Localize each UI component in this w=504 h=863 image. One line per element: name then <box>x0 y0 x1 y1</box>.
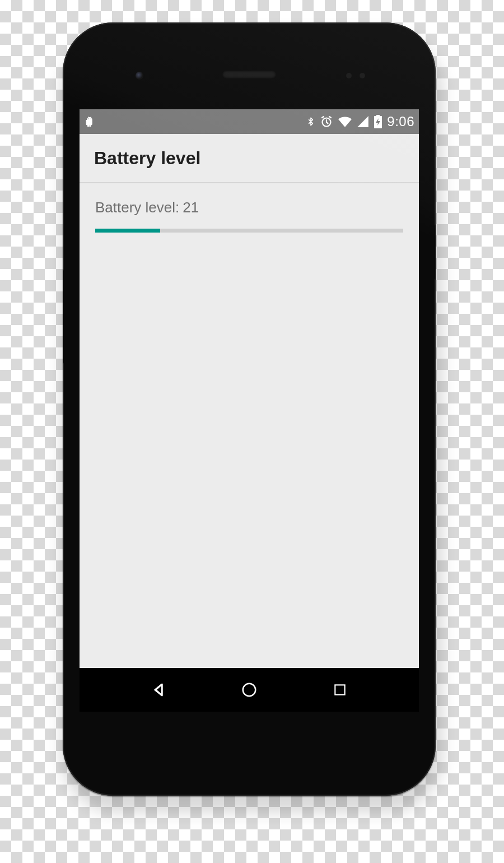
battery-level-label: Battery level: <box>95 199 179 216</box>
power-button <box>435 224 436 280</box>
nav-home-button[interactable] <box>238 679 260 701</box>
light-sensor <box>360 73 365 78</box>
cell-signal-icon <box>357 115 369 128</box>
nav-recents-button[interactable] <box>329 679 351 701</box>
battery-level-value: 21 <box>183 199 199 216</box>
status-bar[interactable]: 9:06 <box>80 109 419 134</box>
wifi-icon <box>338 115 352 128</box>
app-title: Battery level <box>94 148 200 169</box>
front-camera <box>136 72 143 80</box>
device-screen: 9:06 Battery level Battery level: 21 <box>80 109 419 712</box>
alarm-icon <box>320 115 333 128</box>
svg-rect-4 <box>335 685 344 694</box>
bluetooth-icon <box>306 115 315 128</box>
status-bar-clock: 9:06 <box>387 114 414 129</box>
device-frame: 9:06 Battery level Battery level: 21 <box>63 22 436 796</box>
svg-point-3 <box>243 684 256 697</box>
app-content: Battery level: 21 <box>80 183 419 668</box>
battery-charging-icon <box>374 115 382 128</box>
proximity-sensor <box>346 73 352 78</box>
app-bar: Battery level <box>80 134 419 183</box>
volume-rocker <box>63 269 64 364</box>
android-debug-icon <box>84 115 95 128</box>
earpiece <box>222 71 276 78</box>
svg-point-1 <box>91 118 92 119</box>
navigation-bar <box>80 668 419 712</box>
nav-back-button[interactable] <box>147 679 170 701</box>
battery-progress-fill <box>95 229 160 233</box>
svg-point-0 <box>88 118 89 119</box>
battery-progress-bar <box>95 229 403 233</box>
battery-level-text: Battery level: 21 <box>95 199 403 216</box>
